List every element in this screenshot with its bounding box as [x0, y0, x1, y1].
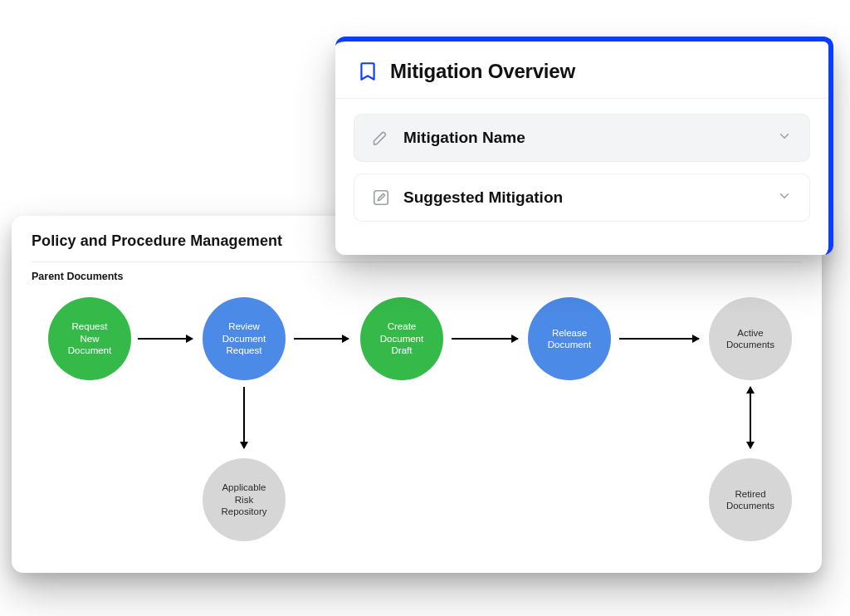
arrow-review-to-applicable [243, 387, 245, 448]
workflow-diagram: RequestNewDocument ReviewDocumentRequest… [32, 297, 802, 563]
mitigation-header: Mitigation Overview [335, 42, 828, 99]
arrow-create-to-release [452, 338, 518, 340]
node-create-document-draft[interactable]: CreateDocumentDraft [360, 297, 443, 380]
node-request-new-document[interactable]: RequestNewDocument [48, 297, 131, 380]
mitigation-row-name[interactable]: Mitigation Name [354, 114, 810, 162]
mitigation-row-label: Mitigation Name [403, 129, 764, 147]
node-release-document[interactable]: ReleaseDocument [528, 297, 611, 380]
node-retired-documents[interactable]: RetiredDocuments [709, 458, 792, 541]
mitigation-row-label: Suggested Mitigation [403, 188, 764, 207]
node-label: ReleaseDocument [548, 327, 591, 351]
chevron-down-icon [777, 129, 792, 147]
node-label: ApplicableRiskRepository [222, 482, 267, 517]
svg-rect-0 [374, 191, 388, 205]
node-applicable-risk-repository[interactable]: ApplicableRiskRepository [203, 458, 286, 541]
divider [32, 262, 802, 262]
node-active-documents[interactable]: ActiveDocuments [709, 297, 792, 380]
mitigation-row-suggested[interactable]: Suggested Mitigation [354, 174, 810, 222]
node-label: RetiredDocuments [726, 488, 774, 512]
arrow-review-to-create [294, 338, 349, 340]
bookmark-icon [357, 61, 379, 82]
node-label: CreateDocumentDraft [380, 320, 423, 356]
arrow-request-to-review [138, 338, 193, 340]
node-label: ReviewDocumentRequest [222, 320, 266, 356]
chevron-down-icon [777, 188, 792, 207]
arrow-active-retired-bidirectional [750, 387, 751, 448]
node-label: ActiveDocuments [726, 327, 774, 351]
policy-card: Policy and Procedure Management Parent D… [12, 216, 822, 573]
arrow-release-to-active [619, 338, 699, 340]
node-review-document-request[interactable]: ReviewDocumentRequest [203, 297, 286, 380]
mitigation-card: Mitigation Overview Mitigation Name Sugg… [335, 37, 833, 255]
policy-subtitle: Parent Documents [32, 271, 802, 282]
mitigation-title: Mitigation Overview [390, 60, 575, 83]
pencil-box-icon [372, 188, 390, 207]
node-label: RequestNewDocument [68, 320, 111, 356]
mitigation-body: Mitigation Name Suggested Mitigation [335, 99, 828, 255]
pencil-icon [372, 129, 390, 147]
